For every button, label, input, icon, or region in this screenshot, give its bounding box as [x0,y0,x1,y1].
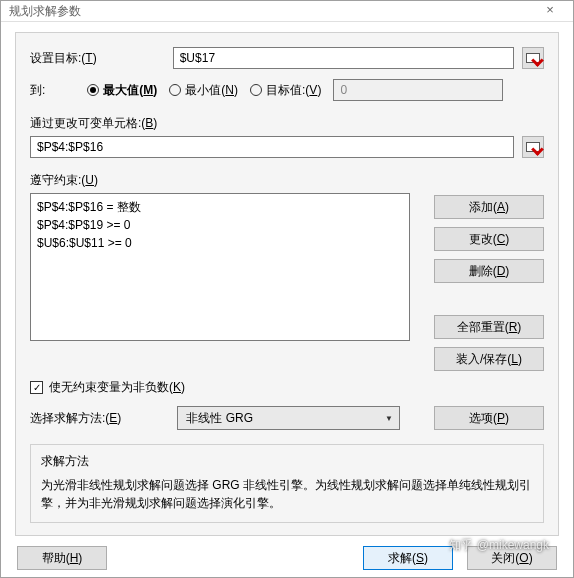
close-icon[interactable]: × [535,1,565,21]
change-button[interactable]: 更改(C) [434,227,544,251]
load-save-button[interactable]: 装入/保存(L) [434,347,544,371]
nonneg-label: 使无约束变量为非负数(K) [49,379,185,396]
desc-text: 为光滑非线性规划求解问题选择 GRG 非线性引擎。为线性规划求解问题选择单纯线性… [41,476,533,512]
constraint-item[interactable]: $P$4:$P$19 >= 0 [37,216,403,234]
method-select[interactable]: 非线性 GRG ▼ [177,406,400,430]
cells-label: 通过更改可变单元格:(B) [30,115,544,132]
objective-ref-button[interactable] [522,47,544,69]
window-title: 规划求解参数 [9,3,535,20]
titlebar: 规划求解参数 × [1,1,573,22]
ref-icon [526,53,540,63]
constraints-label: 遵守约束:(U) [30,172,544,189]
desc-title: 求解方法 [41,453,533,470]
objective-label: 设置目标:(T) [30,50,97,67]
to-label: 到: [30,82,45,99]
reset-button[interactable]: 全部重置(R) [434,315,544,339]
cells-ref-button[interactable] [522,136,544,158]
delete-button[interactable]: 删除(D) [434,259,544,283]
add-button[interactable]: 添加(A) [434,195,544,219]
cells-input[interactable] [30,136,514,158]
main-panel: 设置目标:(T) 到: 最大值(M) 最小值(N) [15,32,559,536]
ref-icon [526,142,540,152]
objective-input[interactable] [173,47,514,69]
chevron-down-icon: ▼ [385,414,393,423]
radio-max[interactable]: 最大值(M) [87,82,157,99]
solve-button[interactable]: 求解(S) [363,546,453,570]
method-description: 求解方法 为光滑非线性规划求解问题选择 GRG 非线性引擎。为线性规划求解问题选… [30,444,544,523]
footer: 帮助(H) 求解(S) 关闭(O) [15,536,559,572]
constraint-item[interactable]: $U$6:$U$11 >= 0 [37,234,403,252]
options-button[interactable]: 选项(P) [434,406,544,430]
method-label: 选择求解方法:(E) [30,410,121,427]
constraints-listbox[interactable]: $P$4:$P$16 = 整数 $P$4:$P$19 >= 0 $U$6:$U$… [30,193,410,341]
nonneg-checkbox[interactable]: ✓ [30,381,43,394]
solver-dialog: 规划求解参数 × 设置目标:(T) 到: 最大值(M) [0,0,574,578]
close-button[interactable]: 关闭(O) [467,546,557,570]
content: 设置目标:(T) 到: 最大值(M) 最小值(N) [1,22,573,578]
radio-target[interactable]: 目标值:(V) [250,82,321,99]
constraint-item[interactable]: $P$4:$P$16 = 整数 [37,198,403,216]
radio-min[interactable]: 最小值(N) [169,82,238,99]
help-button[interactable]: 帮助(H) [17,546,107,570]
target-value-input[interactable] [333,79,503,101]
